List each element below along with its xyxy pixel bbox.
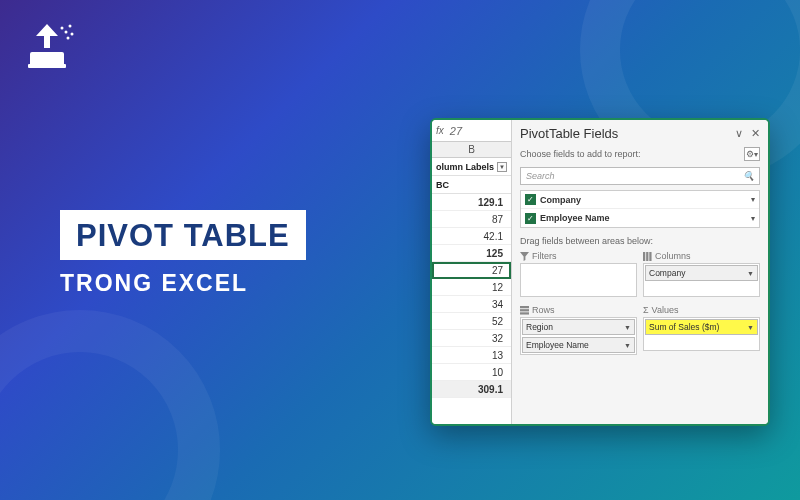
- pivot-cell-selected[interactable]: 27: [432, 262, 511, 279]
- choose-fields-label: Choose fields to add to report:: [520, 149, 641, 159]
- values-header: Σ Values: [643, 303, 760, 317]
- rows-header: Rows: [520, 303, 637, 317]
- title-main: PIVOT TABLE: [60, 210, 306, 260]
- pivot-cell[interactable]: 125: [432, 245, 511, 262]
- filters-area: Filters: [520, 249, 637, 297]
- svg-point-2: [61, 27, 64, 30]
- svg-point-4: [69, 25, 72, 28]
- formula-value: 27: [450, 125, 462, 137]
- excel-window: fx 27 B olumn Labels▼ BC 129.1 87 42.1 1…: [430, 118, 770, 426]
- rows-area: Rows Region▼ Employee Name▼: [520, 303, 637, 355]
- pivot-grand-total[interactable]: 309.1: [432, 381, 511, 398]
- pivot-cell[interactable]: 13: [432, 347, 511, 364]
- chevron-down-icon: ▼: [624, 324, 631, 331]
- svg-rect-12: [520, 312, 529, 314]
- search-placeholder: Search: [526, 171, 555, 181]
- checkbox-checked-icon[interactable]: ✓: [525, 213, 536, 224]
- collapse-icon[interactable]: ∨: [735, 127, 743, 140]
- svg-rect-10: [520, 306, 529, 308]
- rows-icon: [520, 306, 529, 315]
- filters-header: Filters: [520, 249, 637, 263]
- title-block: PIVOT TABLE TRONG EXCEL: [60, 210, 306, 297]
- columns-icon: [643, 252, 652, 261]
- column-header[interactable]: B: [432, 142, 511, 158]
- chevron-down-icon: ▼: [747, 270, 754, 277]
- pivot-cell[interactable]: 52: [432, 313, 511, 330]
- svg-rect-11: [520, 309, 529, 311]
- svg-rect-9: [649, 252, 651, 261]
- pivot-cell[interactable]: 12: [432, 279, 511, 296]
- chevron-down-icon: ▼: [747, 324, 754, 331]
- sigma-icon: Σ: [643, 305, 649, 315]
- chevron-down-icon: ▼: [624, 342, 631, 349]
- worksheet-clip: fx 27 B olumn Labels▼ BC 129.1 87 42.1 1…: [432, 120, 512, 424]
- fx-icon: fx: [436, 125, 444, 136]
- svg-rect-0: [30, 52, 64, 66]
- field-list: ✓Company ▾ ✓Employee Name ▾: [520, 190, 760, 228]
- search-icon: 🔍: [743, 171, 754, 181]
- pivot-cell[interactable]: 32: [432, 330, 511, 347]
- svg-rect-7: [643, 252, 645, 261]
- field-chip-highlighted[interactable]: Sum of Sales ($m)▼: [645, 319, 758, 335]
- pivot-cell[interactable]: 129.1: [432, 194, 511, 211]
- values-dropzone[interactable]: Sum of Sales ($m)▼: [643, 317, 760, 351]
- svg-rect-1: [28, 64, 66, 68]
- search-input[interactable]: Search 🔍: [520, 167, 760, 185]
- chevron-icon[interactable]: ▾: [751, 214, 755, 223]
- drag-fields-label: Drag fields between areas below:: [512, 228, 768, 249]
- field-chip[interactable]: Region▼: [522, 319, 635, 335]
- pivot-col-value: BC: [432, 176, 511, 194]
- pivottable-fields-pane: PivotTable Fields ∨ ✕ Choose fields to a…: [512, 120, 768, 424]
- chevron-icon[interactable]: ▾: [751, 195, 755, 204]
- svg-point-3: [65, 31, 68, 34]
- field-chip[interactable]: Company▼: [645, 265, 758, 281]
- columns-area: Columns Company▼: [643, 249, 760, 297]
- dropdown-icon[interactable]: ▼: [497, 162, 507, 172]
- filter-icon: [520, 252, 529, 261]
- columns-dropzone[interactable]: Company▼: [643, 263, 760, 297]
- rows-dropzone[interactable]: Region▼ Employee Name▼: [520, 317, 637, 355]
- close-icon[interactable]: ✕: [751, 127, 760, 140]
- pivot-cell[interactable]: 34: [432, 296, 511, 313]
- gear-icon[interactable]: ⚙▾: [744, 147, 760, 161]
- field-chip[interactable]: Employee Name▼: [522, 337, 635, 353]
- pivot-cell[interactable]: 42.1: [432, 228, 511, 245]
- field-row[interactable]: ✓Company ▾: [521, 191, 759, 209]
- pivot-cell[interactable]: 87: [432, 211, 511, 228]
- title-sub: TRONG EXCEL: [60, 270, 306, 297]
- checkbox-checked-icon[interactable]: ✓: [525, 194, 536, 205]
- svg-point-6: [71, 33, 74, 36]
- pivot-cell[interactable]: 10: [432, 364, 511, 381]
- pivot-column-labels[interactable]: olumn Labels▼: [432, 158, 511, 176]
- columns-header: Columns: [643, 249, 760, 263]
- brand-logo: [22, 18, 80, 70]
- formula-bar[interactable]: fx 27: [432, 120, 511, 142]
- field-row[interactable]: ✓Employee Name ▾: [521, 209, 759, 227]
- pane-title: PivotTable Fields: [520, 126, 618, 141]
- svg-rect-8: [646, 252, 648, 261]
- filters-dropzone[interactable]: [520, 263, 637, 297]
- svg-point-5: [67, 37, 70, 40]
- values-area: Σ Values Sum of Sales ($m)▼: [643, 303, 760, 355]
